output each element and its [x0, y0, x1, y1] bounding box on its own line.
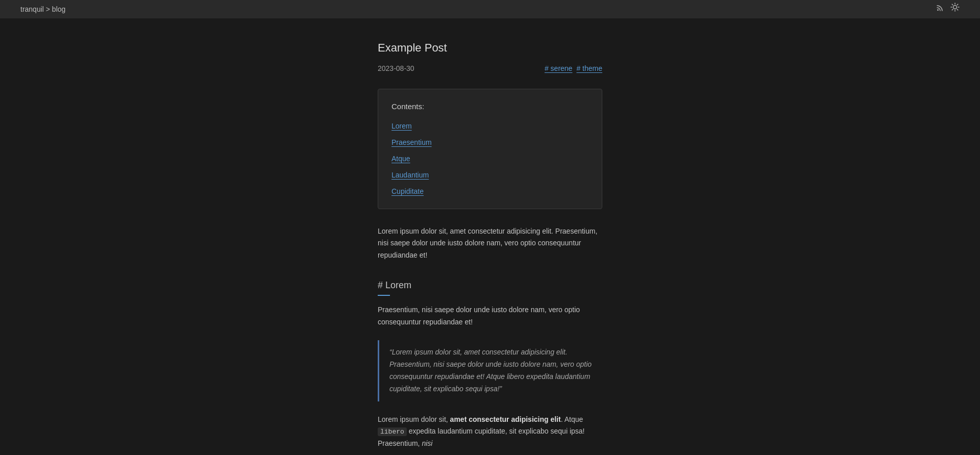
intro-paragraph: Lorem ipsum dolor sit, amet consectetur … [378, 225, 602, 262]
post-header: Example Post 2023-08-30 # serene # theme [378, 39, 602, 74]
last-para-end: expedita laudantium cupiditate, sit expl… [378, 427, 584, 447]
last-para-start: Lorem ipsum dolor sit, [378, 415, 450, 423]
toc-list: Lorem Praesentium Atque Laudantium Cupid… [391, 120, 589, 197]
breadcrumb: tranquil > blog [20, 4, 65, 15]
toc-link-cupiditate[interactable]: Cupiditate [391, 187, 424, 195]
theme-icon[interactable] [950, 3, 960, 16]
tag-theme[interactable]: # theme [576, 63, 602, 74]
section-heading-lorem: # Lorem [378, 278, 602, 296]
last-para-code: libero [378, 427, 407, 436]
post-date: 2023-08-30 [378, 63, 414, 74]
section-paragraph: Praesentium, nisi saepe dolor unde iusto… [378, 304, 602, 328]
toc-link-atque[interactable]: Atque [391, 155, 410, 163]
last-para-italic: nisi [422, 439, 432, 447]
toc-item-lorem: Lorem [391, 120, 589, 132]
toc-title: Contents: [391, 100, 589, 113]
post-title: Example Post [378, 39, 602, 57]
toc-link-praesentium[interactable]: Praesentium [391, 138, 432, 146]
toc-link-lorem[interactable]: Lorem [391, 122, 412, 130]
post-meta: 2023-08-30 # serene # theme [378, 63, 602, 74]
toc-box: Contents: Lorem Praesentium Atque Laudan… [378, 89, 602, 209]
main-content: Example Post 2023-08-30 # serene # theme… [368, 18, 612, 455]
last-paragraph: Lorem ipsum dolor sit, amet consectetur … [378, 414, 602, 450]
svg-point-1 [953, 6, 957, 9]
svg-line-8 [957, 4, 958, 5]
post-tags: # serene # theme [545, 63, 602, 74]
section-heading-text: # Lorem [378, 280, 411, 290]
svg-point-0 [937, 9, 939, 11]
breadcrumb-text: tranquil > blog [20, 4, 65, 15]
blockquote-text: “Lorem ipsum dolor sit, amet consectetur… [389, 346, 592, 395]
toc-item-cupiditate: Cupiditate [391, 185, 589, 197]
rss-icon[interactable] [936, 3, 944, 16]
toc-item-laudantium: Laudantium [391, 169, 589, 181]
toc-link-laudantium[interactable]: Laudantium [391, 171, 429, 179]
tag-serene[interactable]: # serene [545, 63, 572, 74]
toc-item-atque: Atque [391, 153, 589, 165]
last-para-mid: . Atque [561, 415, 583, 423]
last-para-bold: amet consectetur adipisicing elit [450, 415, 561, 423]
top-bar-icons [936, 3, 960, 16]
toc-item-praesentium: Praesentium [391, 136, 589, 148]
top-bar: tranquil > blog [0, 0, 980, 18]
svg-line-7 [957, 10, 958, 10]
blockquote: “Lorem ipsum dolor sit, amet consectetur… [378, 340, 602, 401]
svg-line-6 [952, 4, 952, 5]
svg-line-9 [952, 10, 952, 10]
